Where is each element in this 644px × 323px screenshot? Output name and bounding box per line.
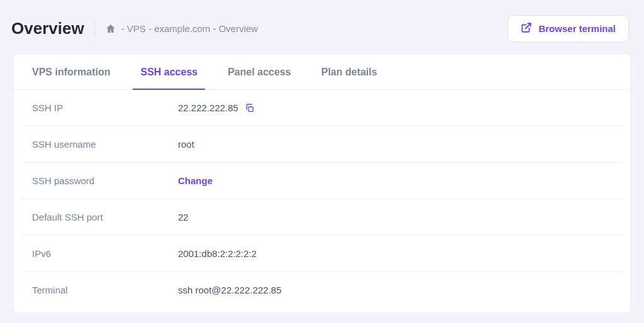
header-left: Overview - VPS - example.com - Overview xyxy=(11,19,258,38)
copy-icon[interactable] xyxy=(245,103,255,113)
row-ssh-username: SSH username root xyxy=(21,126,623,163)
label-terminal: Terminal xyxy=(32,285,178,295)
label-ssh-username: SSH username xyxy=(32,139,178,150)
label-ssh-password: SSH password xyxy=(32,175,178,186)
ssh-ip-text: 22.222.222.85 xyxy=(178,102,238,113)
ssh-rows: SSH IP 22.222.222.85 SSH username root S… xyxy=(13,90,631,313)
tab-panel-access[interactable]: Panel access xyxy=(213,54,306,89)
tab-plan-details[interactable]: Plan details xyxy=(306,54,392,89)
value-ssh-password: Change xyxy=(178,175,213,186)
breadcrumb-text: - VPS - example.com - Overview xyxy=(121,23,258,34)
svg-line-0 xyxy=(526,23,531,28)
browser-terminal-label: Browser terminal xyxy=(538,23,616,34)
row-ssh-password: SSH password Change xyxy=(21,163,623,199)
page-title: Overview xyxy=(11,19,84,38)
header-divider xyxy=(94,21,95,37)
overview-card: VPS information SSH access Panel access … xyxy=(13,53,631,314)
row-terminal: Terminal ssh root@22.222.222.85 xyxy=(21,272,623,308)
home-icon[interactable] xyxy=(105,23,116,35)
label-ipv6: IPv6 xyxy=(32,248,178,259)
row-ipv6: IPv6 2001:db8:2:2:2:2:2 xyxy=(21,236,623,272)
value-ipv6: 2001:db8:2:2:2:2:2 xyxy=(178,248,257,259)
tab-vps-information[interactable]: VPS information xyxy=(17,54,125,89)
svg-rect-1 xyxy=(248,107,253,111)
value-ssh-ip: 22.222.222.85 xyxy=(178,102,255,113)
label-ssh-ip: SSH IP xyxy=(32,102,178,113)
breadcrumb: - VPS - example.com - Overview xyxy=(105,23,258,35)
page-header: Overview - VPS - example.com - Overview … xyxy=(0,0,644,53)
change-password-link[interactable]: Change xyxy=(178,175,213,186)
row-ssh-port: Default SSH port 22 xyxy=(21,199,623,236)
external-link-icon xyxy=(521,22,532,35)
row-ssh-ip: SSH IP 22.222.222.85 xyxy=(21,90,623,126)
browser-terminal-button[interactable]: Browser terminal xyxy=(508,15,629,42)
label-ssh-port: Default SSH port xyxy=(32,212,178,222)
value-ssh-port: 22 xyxy=(178,212,189,222)
value-ssh-username: root xyxy=(178,139,194,150)
value-terminal: ssh root@22.222.222.85 xyxy=(178,285,282,295)
tabs: VPS information SSH access Panel access … xyxy=(13,54,631,90)
tab-ssh-access[interactable]: SSH access xyxy=(125,54,213,89)
